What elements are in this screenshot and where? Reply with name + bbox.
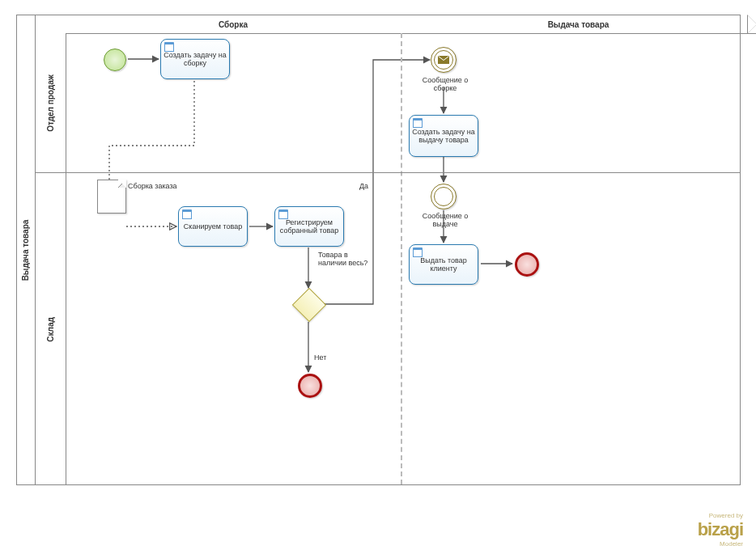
end-event-done[interactable] [515,252,539,277]
task-issue-client[interactable]: Выдать товар клиенту [409,244,478,285]
task-create-assembly[interactable]: Создать задачу на сборку [160,39,230,79]
gateway-yes-label: Да [359,182,368,190]
gateway-no-label: Нет [314,353,326,362]
phase-assembly: Сборка [66,15,401,33]
manual-task-icon [413,118,423,128]
task-register[interactable]: Регистрируем собранный товар [274,206,344,247]
phase-issue: Выдача товара [401,15,756,33]
task-scan[interactable]: Сканируем товар [178,206,248,247]
message-event-issue[interactable] [431,184,457,209]
pool: Выдача товара Сборка Выдача товара Отдел… [16,15,741,485]
envelope-icon [438,56,449,64]
message-event-assembly[interactable] [431,47,457,73]
task-create-issue[interactable]: Создать задачу на выдачу товара [409,115,478,157]
lane-sales: Отдел продаж [35,33,740,172]
data-object-order[interactable] [97,180,126,214]
msg-assembly-label: Сообщение о сборке [419,76,471,92]
branding-logo: Powered by bizagi Modeler [698,512,743,548]
msg-issue-label: Сообщение о выдаче [419,212,471,228]
manual-task-icon [182,209,192,219]
manual-task-icon [164,42,174,52]
phase-header: Сборка Выдача товара [66,15,756,34]
gateway-question: Товара в наличии весь? [318,251,375,267]
diagram-canvas: Выдача товара Сборка Выдача товара Отдел… [0,0,756,554]
pool-title: Выдача товара [17,15,36,484]
start-event[interactable] [104,49,126,71]
manual-task-icon [413,247,423,257]
manual-task-icon [278,209,288,219]
data-object-label: Сборка заказа [128,182,177,190]
lane-warehouse: Склад [35,172,740,485]
end-event-no-stock[interactable] [298,374,322,398]
